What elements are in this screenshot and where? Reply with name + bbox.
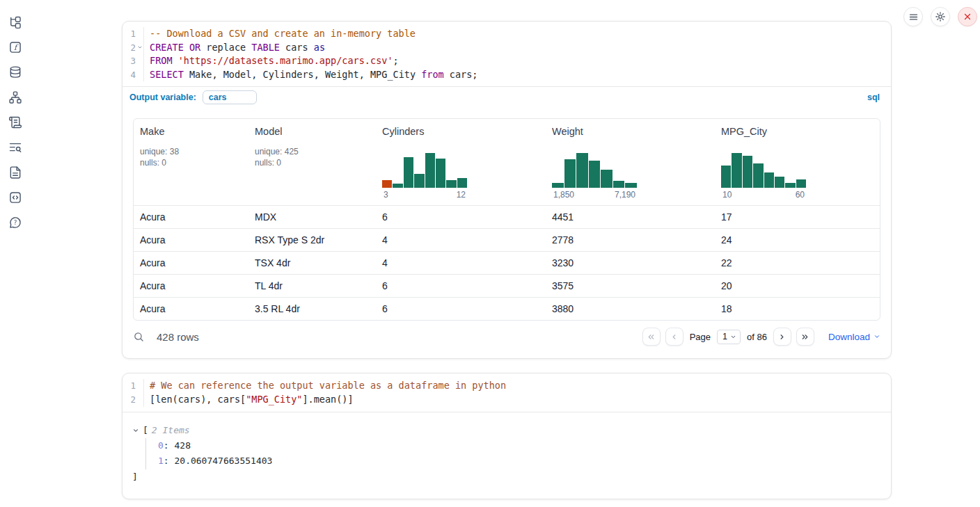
line-number: 2: [122, 393, 136, 407]
code-text: # We can reference the output variable a…: [143, 379, 891, 393]
hist-bar: [775, 177, 784, 188]
close-icon: [963, 12, 972, 22]
first-page-button[interactable]: [642, 328, 661, 346]
scroll-icon: [8, 115, 22, 129]
table-cell: 6: [377, 303, 546, 314]
line-number: 4: [122, 68, 136, 82]
hist-bar: [436, 159, 445, 188]
collapse-chevron-down-icon[interactable]: [132, 427, 139, 434]
sidebar-item-documentation[interactable]: [8, 166, 22, 179]
hist-min-label: 10: [722, 190, 732, 200]
item-index: 1: [158, 456, 164, 466]
sidebar-item-help[interactable]: ?: [8, 216, 22, 230]
sidebar-item-file-explorer[interactable]: [8, 15, 22, 29]
page-select[interactable]: 1: [717, 330, 741, 344]
python-code-editor[interactable]: 1# We can reference the output variable …: [122, 373, 891, 411]
table-cell: TL 4dr: [249, 280, 377, 291]
hist-bar: [732, 153, 741, 188]
chevrons-left-icon: [647, 332, 656, 341]
table-cell: 22: [716, 257, 880, 268]
output-variable-row: Output variable: sql: [122, 86, 891, 108]
column-header-model: Model unique: 425 nulls: 0: [249, 126, 377, 200]
code-text: FROM 'https://datasets.marimo.app/cars.c…: [143, 54, 891, 68]
code-line: 3FROM 'https://datasets.marimo.app/cars.…: [122, 54, 891, 68]
download-button[interactable]: Download: [828, 332, 880, 342]
sidebar-item-variables[interactable]: f: [8, 40, 22, 54]
column-stats: unique: 425 nulls: 0: [255, 146, 377, 168]
column-stats: unique: 38 nulls: 0: [140, 146, 249, 168]
code-text: SELECT Make, Model, Cylinders, Weight, M…: [143, 68, 891, 82]
table-footer: 428 rows Page: [133, 321, 880, 353]
table-cell: 3230: [546, 257, 716, 268]
fold-chevron-icon[interactable]: [136, 41, 143, 55]
hist-bar: [564, 159, 576, 188]
page-label: Page: [690, 332, 711, 342]
table-cell: 3.5 RL 4dr: [249, 303, 377, 314]
table-cell: 4451: [546, 211, 716, 223]
prev-page-button[interactable]: [665, 328, 683, 346]
line-number: 3: [122, 54, 136, 68]
hist-bar: [785, 183, 795, 188]
line-number: 2: [122, 41, 136, 55]
column-title: MPG_City: [721, 126, 880, 137]
sidebar-item-outline-search[interactable]: [8, 140, 22, 154]
column-header-cylinders: Cylinders 3 12: [377, 126, 546, 200]
table-search-button[interactable]: [133, 331, 145, 343]
table-header: Make unique: 38 nulls: 0 Model unique: 4…: [134, 119, 880, 205]
output-list-item: 1: 20.060747663551403: [158, 453, 880, 469]
chevron-down-icon: [730, 334, 736, 340]
last-page-button[interactable]: [796, 328, 814, 346]
column-header-mpg-city: MPG_City 10 60: [716, 126, 880, 200]
sidebar-item-data-sources[interactable]: [8, 65, 22, 79]
next-page-button[interactable]: [773, 328, 791, 346]
table-cell: 6: [377, 280, 546, 291]
table-cell: 6: [377, 211, 546, 223]
hist-bar: [753, 163, 763, 188]
fold-spacer: [136, 393, 143, 407]
hist-max-label: 12: [457, 190, 466, 200]
gear-icon: [935, 11, 946, 22]
fold-spacer: [136, 27, 143, 41]
helper-sidebar: f: [0, 0, 31, 507]
hist-max-label: 7,190: [615, 190, 635, 200]
code-line: 4SELECT Make, Model, Cylinders, Weight, …: [122, 68, 891, 82]
sidebar-item-snippets[interactable]: [8, 191, 22, 204]
hist-bar: [589, 161, 601, 188]
table-cell: TSX 4dr: [249, 257, 377, 268]
output-list-item: 0: 428: [158, 438, 880, 453]
sidebar-item-dependency-graph[interactable]: [8, 90, 22, 104]
code-line: 1# We can reference the output variable …: [122, 379, 891, 393]
python-cell: 1# We can reference the output variable …: [122, 373, 892, 499]
items-count-label: 2 Items: [152, 423, 190, 438]
close-button[interactable]: [958, 7, 977, 26]
menu-button[interactable]: [903, 7, 923, 26]
sidebar-item-logs[interactable]: [8, 115, 22, 129]
settings-button[interactable]: [931, 7, 950, 26]
graph-icon: [8, 90, 22, 104]
hist-bar: [796, 179, 806, 188]
hist-bar: [382, 180, 392, 188]
output-variable-label: Output variable:: [129, 92, 196, 102]
cell-language-badge[interactable]: sql: [867, 92, 880, 102]
sql-code-editor[interactable]: 1-- Download a CSV and create an in-memo…: [122, 22, 891, 86]
output-list-items: 0: 4281: 20.060747663551403: [145, 438, 880, 469]
table-row: AcuraTSX 4dr4323022: [134, 251, 880, 274]
sql-cell: 1-- Download a CSV and create an in-memo…: [122, 21, 892, 359]
chevrons-right-icon: [800, 332, 809, 341]
column-title: Weight: [552, 126, 716, 137]
notebook: 1-- Download a CSV and create an in-memo…: [122, 0, 892, 499]
column-header-make: Make unique: 38 nulls: 0: [134, 126, 249, 200]
output-variable-input[interactable]: [203, 90, 257, 104]
hist-max-label: 60: [796, 190, 805, 200]
fold-spacer: [136, 379, 143, 393]
search-icon: [133, 331, 145, 343]
column-header-weight: Weight 1,850 7,190: [546, 126, 716, 200]
chevron-left-icon: [670, 332, 679, 341]
table-cell: Acura: [134, 280, 249, 291]
table-cell: Acura: [134, 303, 249, 314]
table-cell: 4: [377, 257, 546, 268]
hist-bar: [414, 174, 424, 188]
line-number: 1: [122, 27, 136, 41]
histogram-cylinders: 3 12: [382, 152, 467, 200]
code-icon: [8, 191, 22, 204]
